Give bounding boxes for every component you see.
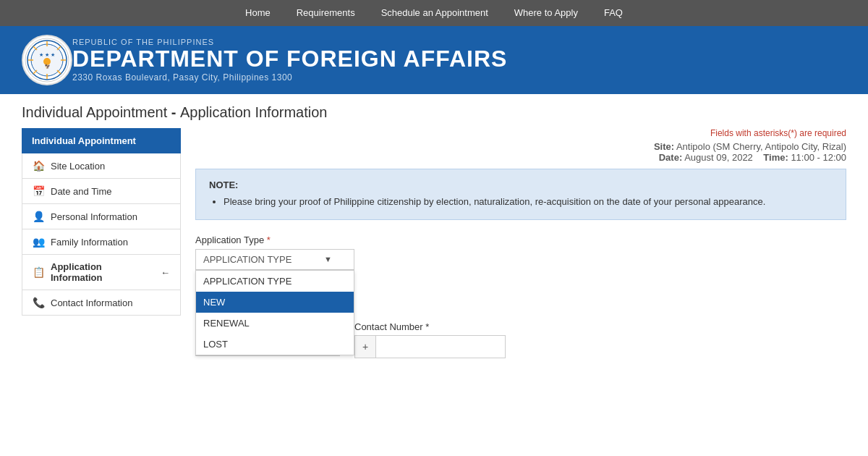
app-info-icon: 📋 <box>33 266 45 278</box>
sidebar-item-application-info[interactable]: 📋 Application Information ← <box>22 255 181 290</box>
required-star: * <box>267 235 271 245</box>
page-title-prefix: Individual Appointment <box>22 104 167 120</box>
phone-icon: 📞 <box>33 297 45 308</box>
person-icon: 👤 <box>33 211 45 222</box>
date-value: August 09, 2022 <box>684 152 753 163</box>
application-type-dropdown: APPLICATION TYPE NEW RENEWAL LOST <box>195 270 354 355</box>
dropdown-option-renewal[interactable]: RENEWAL <box>196 313 354 334</box>
site-value: Antipolo (SM Cherry, Antipolo City, Riza… <box>676 141 846 152</box>
sidebar-label-site-location: Site Location <box>51 161 105 172</box>
sidebar-label-family-info: Family Information <box>51 237 128 248</box>
sidebar-label-date-time: Date and Time <box>51 186 112 197</box>
application-type-section: Application Type * APPLICATION TYPE ▼ AP… <box>195 235 846 270</box>
application-type-select[interactable]: APPLICATION TYPE ▼ <box>195 249 354 270</box>
sidebar-label-personal-info: Personal Information <box>51 211 137 222</box>
page-title-separator: - <box>167 104 180 120</box>
contact-number-input[interactable] <box>375 335 506 358</box>
sidebar-item-personal-info[interactable]: 👤 Personal Information <box>22 204 181 229</box>
application-type-select-wrapper[interactable]: APPLICATION TYPE ▼ APPLICATION TYPE NEW … <box>195 249 354 270</box>
sidebar: Individual Appointment 🏠 Site Location 📅… <box>22 128 181 358</box>
note-title: NOTE: <box>209 180 833 190</box>
calendar-icon: 📅 <box>33 185 45 197</box>
header-text: Republic of the Philippines Department o… <box>72 38 507 82</box>
sidebar-item-contact-info[interactable]: 📞 Contact Information <box>22 290 181 316</box>
dropdown-option-type[interactable]: APPLICATION TYPE <box>196 271 354 292</box>
dropdown-option-lost[interactable]: LOST <box>196 334 354 355</box>
site-info: Fields with asterisks(*) are required Si… <box>195 128 846 163</box>
sidebar-item-site-location[interactable]: 🏠 Site Location <box>22 153 181 179</box>
sidebar-label-contact-info: Contact Information <box>51 297 132 308</box>
home-icon: 🏠 <box>33 160 45 172</box>
chevron-down-icon: ▼ <box>324 255 332 263</box>
phone-group: + <box>354 335 506 358</box>
nav-requirements[interactable]: Requirements <box>284 0 368 26</box>
note-box: NOTE: Please bring your proof of Philipp… <box>195 169 846 220</box>
page-title-suffix: Application Information <box>180 104 327 120</box>
sidebar-item-date-time[interactable]: 📅 Date and Time <box>22 179 181 204</box>
date-time-line: Date: August 09, 2022 Time: 11:00 - 12:0… <box>195 152 846 163</box>
time-label: Time: <box>763 152 788 163</box>
header: ★ ★ ★ 🦅 Republic of the Philippines Depa… <box>0 26 868 94</box>
application-type-label: Application Type * <box>195 235 846 245</box>
main-layout: Individual Appointment 🏠 Site Location 📅… <box>0 128 868 380</box>
dfa-seal: ★ ★ ★ 🦅 <box>22 35 72 85</box>
nav-where-to-apply[interactable]: Where to Apply <box>501 0 591 26</box>
site-line: Site: Antipolo (SM Cherry, Antipolo City… <box>195 141 846 152</box>
dropdown-option-new[interactable]: NEW <box>196 292 354 313</box>
main-content: Fields with asterisks(*) are required Si… <box>195 128 846 358</box>
required-note: Fields with asterisks(*) are required <box>195 128 846 138</box>
phone-prefix-icon: + <box>354 335 375 358</box>
select-current-value: APPLICATION TYPE <box>203 254 292 265</box>
nav-schedule[interactable]: Schedule an Appointment <box>368 0 501 26</box>
arrow-icon: ← <box>161 267 170 278</box>
sidebar-item-family-info[interactable]: 👥 Family Information <box>22 229 181 255</box>
date-label: Date: <box>659 152 683 163</box>
sidebar-header: Individual Appointment <box>22 128 181 153</box>
site-label: Site: <box>654 141 674 152</box>
time-value: 11:00 - 12:00 <box>791 152 846 163</box>
svg-text:★ ★ ★: ★ ★ ★ <box>39 52 55 57</box>
page-title: Individual Appointment - Application Inf… <box>0 94 868 128</box>
top-nav: Home Requirements Schedule an Appointmen… <box>0 0 868 26</box>
family-icon: 👥 <box>33 236 45 248</box>
dept-name: Department of Foreign Affairs <box>72 46 507 72</box>
contact-number-label: Contact Number * <box>354 321 506 332</box>
nav-home[interactable]: Home <box>232 0 284 26</box>
sidebar-label-application-info: Application Information <box>51 261 155 283</box>
note-text: Please bring your proof of Philippine ci… <box>224 195 833 209</box>
header-address: 2330 Roxas Boulevard, Pasay City, Philip… <box>72 72 507 83</box>
nav-faq[interactable]: FAQ <box>591 0 636 26</box>
contact-number-field: Contact Number * + <box>354 321 506 358</box>
svg-text:🦅: 🦅 <box>45 64 51 69</box>
